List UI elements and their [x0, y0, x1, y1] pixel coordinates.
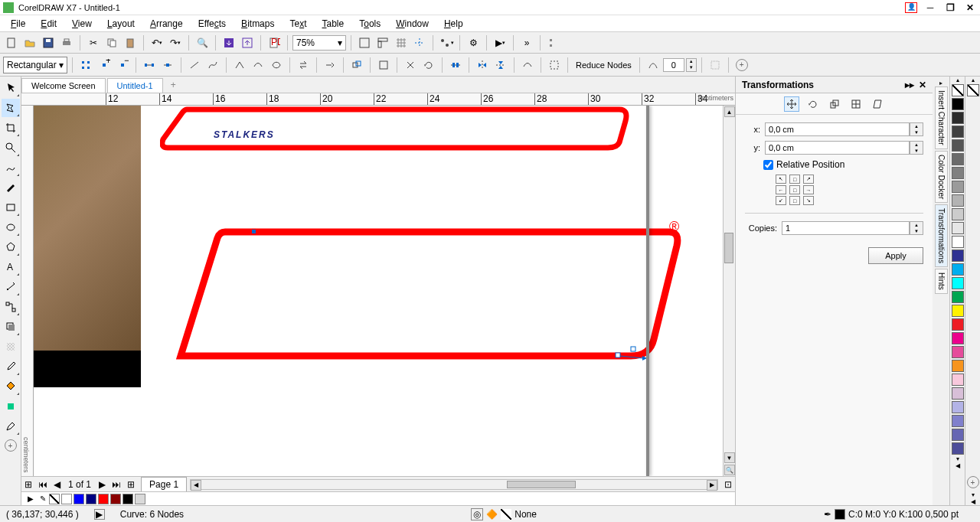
transparency-tool[interactable] — [2, 338, 20, 356]
x-down[interactable]: ▼ — [910, 129, 923, 135]
snap-dropdown[interactable]: ▾ — [438, 34, 455, 51]
menu-file[interactable]: File — [3, 16, 33, 31]
import-button[interactable] — [220, 34, 237, 51]
pal2-none[interactable] — [967, 84, 979, 96]
menu-help[interactable]: Help — [436, 16, 471, 31]
copy-button[interactable] — [103, 34, 120, 51]
apply-button[interactable]: Apply — [868, 247, 923, 264]
tab-insert-character[interactable]: Insert Character — [935, 86, 948, 149]
smoothness-down[interactable]: ▼ — [687, 65, 696, 71]
close-button[interactable]: ✕ — [963, 2, 977, 14]
pal1-white[interactable] — [952, 236, 964, 248]
pal1-blue3[interactable] — [952, 429, 964, 441]
anchor-br[interactable]: ↘ — [803, 196, 814, 205]
minimize-button[interactable]: ─ — [923, 2, 937, 14]
page-add-right[interactable]: ⊞ — [124, 479, 138, 490]
docker-collapse-icon[interactable]: ▸▸ — [905, 80, 914, 90]
select-nodes-icon[interactable] — [546, 57, 563, 73]
palette-arrow-left[interactable]: ▶ — [24, 494, 37, 503]
open-button[interactable] — [21, 34, 38, 51]
canvas-bitmap-object[interactable] — [34, 106, 141, 358]
doc-swatch-black[interactable] — [122, 494, 133, 504]
palette1-up-arrow[interactable]: ▴ — [950, 77, 965, 83]
canvas-selected-curve[interactable] — [172, 224, 692, 370]
page-tab-1[interactable]: Page 1 — [141, 477, 187, 492]
curve-smoothness-icon[interactable] — [645, 57, 662, 73]
tab-color-docker[interactable]: Color Docker — [935, 151, 948, 203]
size-tab[interactable] — [848, 96, 864, 112]
launch-button[interactable]: ▶▾ — [492, 34, 508, 51]
publish-pdf-button[interactable]: PDF — [266, 34, 283, 51]
y-up[interactable]: ▲ — [910, 142, 923, 148]
anchor-bl[interactable]: ↙ — [776, 196, 786, 205]
rectangle-tool[interactable] — [2, 198, 20, 217]
ellipse-tool[interactable] — [2, 218, 20, 237]
pal1-red[interactable] — [952, 318, 964, 331]
doc-swatch-white[interactable] — [61, 494, 72, 504]
pal1-magenta[interactable] — [952, 332, 964, 344]
search-content-icon[interactable]: 🔍 — [194, 34, 211, 51]
reflect-nodes-h-icon[interactable] — [474, 57, 491, 73]
connector-tool[interactable] — [2, 298, 20, 316]
anchor-ml[interactable]: ← — [776, 185, 786, 194]
crop-tool[interactable] — [2, 119, 20, 137]
doc-swatch-navy[interactable] — [86, 494, 96, 504]
pal1-yellow[interactable] — [952, 305, 964, 317]
play-icon[interactable]: ▶ — [94, 509, 105, 520]
menu-effects[interactable]: Effects — [191, 16, 234, 31]
color-eyedropper-tool[interactable] — [2, 357, 20, 376]
navigator-icon[interactable]: ⊡ — [721, 479, 735, 490]
zoom-one-shot-icon[interactable]: 🔍 — [724, 465, 735, 475]
rotate-tab[interactable] — [805, 96, 821, 112]
anchor-mc[interactable]: □ — [789, 185, 800, 194]
pal1-gray70[interactable] — [952, 139, 964, 152]
pal1-orange[interactable] — [952, 360, 964, 372]
pal1-gray90[interactable] — [952, 112, 964, 124]
align-nodes-h-icon[interactable] — [447, 57, 464, 73]
tab-hints[interactable]: Hints — [935, 269, 948, 294]
pal1-gray40[interactable] — [952, 181, 964, 193]
fullscreen-preview-icon[interactable] — [356, 34, 373, 51]
palette2-up-arrow[interactable]: ▴ — [965, 77, 980, 83]
symmetrical-node-icon[interactable] — [268, 57, 285, 73]
scroll-thumb-v[interactable] — [724, 233, 733, 263]
menu-text[interactable]: Text — [282, 16, 314, 31]
rotate-nodes-icon[interactable] — [420, 57, 437, 73]
pal1-gray80[interactable] — [952, 126, 964, 138]
tab-untitled-1[interactable]: Untitled-1 — [107, 78, 163, 93]
menu-table[interactable]: Table — [315, 16, 352, 31]
copies-up[interactable]: ▲ — [910, 222, 923, 228]
pal1-gray20[interactable] — [952, 208, 964, 220]
smart-fill-tool[interactable] — [2, 397, 20, 416]
x-up[interactable]: ▲ — [910, 123, 923, 129]
page-last[interactable]: ⏭ — [109, 479, 124, 490]
pal1-none[interactable] — [952, 84, 964, 96]
outline-pen-tool[interactable] — [2, 417, 20, 436]
pal1-pink[interactable] — [952, 346, 964, 358]
palette1-down-arrow[interactable]: ▾ — [950, 455, 965, 462]
menu-edit[interactable]: Edit — [33, 16, 64, 31]
extract-subpath-icon[interactable] — [348, 57, 365, 73]
doc-swatch-blue[interactable] — [74, 494, 84, 504]
menu-arrange[interactable]: Arrange — [142, 16, 191, 31]
menu-bitmaps[interactable]: Bitmaps — [234, 16, 282, 31]
scroll-right-arrow[interactable]: ▶ — [707, 480, 717, 491]
new-button[interactable] — [3, 34, 20, 51]
delete-node-icon[interactable]: − — [114, 57, 131, 73]
relative-position-checkbox[interactable] — [763, 160, 773, 170]
scrollbar-horizontal[interactable]: ◀ ▶ — [190, 479, 718, 490]
show-rulers-icon[interactable] — [374, 34, 391, 51]
pal1-gray50[interactable] — [952, 167, 964, 179]
docker-expand-icon[interactable]: ▸ — [939, 80, 942, 86]
palette2-add[interactable]: + — [967, 476, 979, 488]
cut-button[interactable]: ✂ — [85, 34, 102, 51]
pal1-blue4[interactable] — [952, 442, 964, 455]
quick-customize-icon[interactable]: + — [733, 57, 750, 73]
zoom-level-combo[interactable]: 75%▾ — [292, 35, 346, 51]
pal1-lavender[interactable] — [952, 387, 964, 400]
bounding-box-icon[interactable] — [707, 57, 724, 73]
pal1-lightpink[interactable] — [952, 374, 964, 386]
interactive-fill-tool[interactable] — [2, 377, 20, 396]
pal1-periwinkle[interactable] — [952, 401, 964, 413]
fill-swatch[interactable] — [501, 509, 511, 520]
